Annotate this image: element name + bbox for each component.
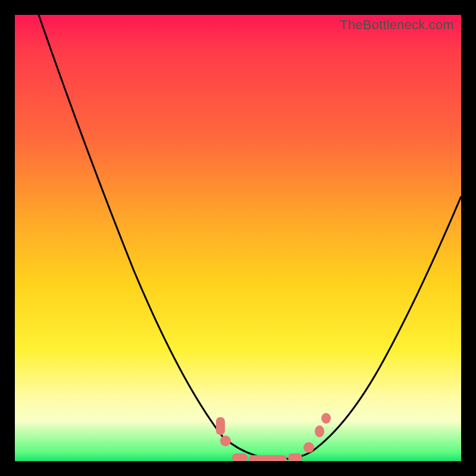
marker-trough-1 (232, 453, 248, 461)
curve-right (312, 196, 461, 451)
plot-area: TheBottleneck.com (15, 15, 461, 461)
curve-left (39, 15, 259, 456)
curve-svg (15, 15, 461, 461)
marker-right-dot-3 (321, 413, 331, 424)
chart-frame: TheBottleneck.com (0, 0, 476, 476)
marker-trough-2 (249, 455, 287, 461)
marker-right-dot-2 (315, 425, 324, 437)
marker-left-dot (220, 436, 231, 446)
curve-trough (259, 451, 312, 459)
marker-trough-3 (288, 453, 302, 461)
attribution-watermark: TheBottleneck.com (340, 17, 454, 33)
marker-left-tall (216, 417, 225, 435)
marker-right-dot-1 (303, 442, 314, 453)
